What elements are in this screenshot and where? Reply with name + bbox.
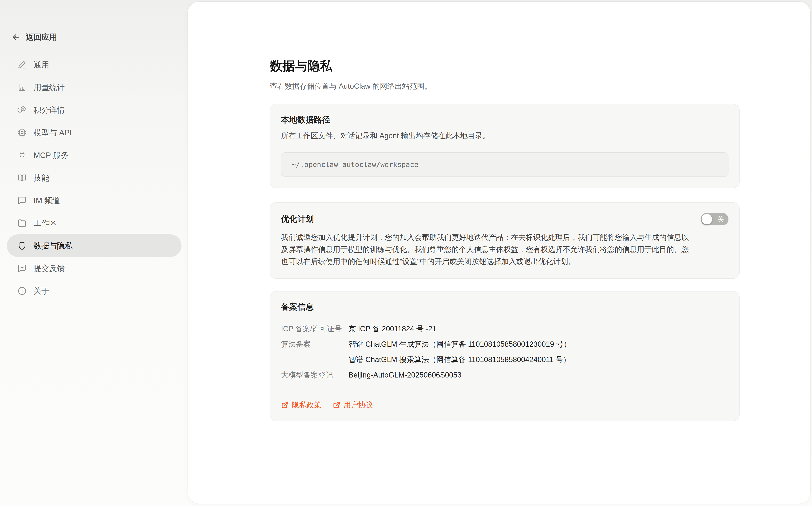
cpu-chip-icon bbox=[17, 128, 26, 137]
app-root: { "colors": { "accent_link": "#fa5320", … bbox=[0, 0, 812, 506]
optimization-plan-toggle[interactable]: 关 bbox=[700, 213, 729, 226]
local-data-path-field[interactable]: ~/.openclaw-autoclaw/workspace bbox=[281, 152, 729, 177]
filing-row-value: 智谱 ChatGLM 搜索算法（网信算备 1101081058580042400… bbox=[349, 352, 729, 367]
privacy-policy-label: 隐私政策 bbox=[292, 400, 321, 410]
page-subtitle: 查看数据存储位置与 AutoClaw 的网络出站范围。 bbox=[270, 81, 740, 92]
page-title: 数据与隐私 bbox=[270, 58, 740, 74]
optimization-plan-title: 优化计划 bbox=[281, 214, 314, 225]
local-data-path-description: 所有工作区文件、对话记录和 Agent 输出均存储在此本地目录。 bbox=[281, 130, 729, 141]
sidebar-item-about[interactable]: 关于 bbox=[7, 280, 181, 302]
main-panel: 数据与隐私 查看数据存储位置与 AutoClaw 的网络出站范围。 本地数据路径… bbox=[188, 2, 810, 504]
filing-row-label: 算法备案 bbox=[281, 337, 349, 367]
user-agreement-label: 用户协议 bbox=[344, 400, 373, 410]
sidebar-item-credits[interactable]: 积分详情 bbox=[7, 99, 181, 121]
sidebar-item-label: 数据与隐私 bbox=[33, 240, 73, 251]
toggle-state-label: 关 bbox=[717, 216, 724, 223]
external-link-icon bbox=[333, 401, 341, 409]
sidebar-item-general[interactable]: 通用 bbox=[7, 54, 181, 76]
sidebar-item-label: MCP 服务 bbox=[33, 150, 69, 161]
folder-icon bbox=[17, 219, 26, 228]
optimization-plan-header: 优化计划 关 bbox=[281, 213, 729, 226]
optimization-plan-body: 我们诚邀您加入优化提升计划，您的加入会帮助我们更好地迭代产品：在去标识化处理后，… bbox=[281, 231, 692, 267]
back-to-app-button[interactable]: 返回应用 bbox=[11, 32, 57, 43]
back-to-app-label: 返回应用 bbox=[26, 32, 57, 43]
local-data-path-card: 本地数据路径 所有工作区文件、对话记录和 Agent 输出均存储在此本地目录。 … bbox=[270, 104, 740, 188]
sidebar-item-label: 技能 bbox=[33, 173, 49, 183]
local-data-path-value: ~/.openclaw-autoclaw/workspace bbox=[292, 161, 419, 168]
data-privacy-page: 数据与隐私 查看数据存储位置与 AutoClaw 的网络出站范围。 本地数据路径… bbox=[270, 2, 740, 421]
local-data-path-title: 本地数据路径 bbox=[281, 114, 729, 125]
settings-sidebar: 返回应用 通用 用量统计 积分详情 模型与 API bbox=[0, 0, 188, 506]
sidebar-item-label: 通用 bbox=[33, 60, 49, 70]
external-link-icon bbox=[281, 401, 289, 409]
user-agreement-link[interactable]: 用户协议 bbox=[333, 400, 373, 410]
privacy-policy-link[interactable]: 隐私政策 bbox=[281, 400, 321, 410]
sidebar-item-label: 工作区 bbox=[33, 218, 57, 229]
sidebar-item-usage-stats[interactable]: 用量统计 bbox=[7, 76, 181, 99]
bar-chart-icon bbox=[17, 83, 26, 92]
sidebar-item-label: IM 频道 bbox=[33, 195, 60, 206]
optimization-plan-card: 优化计划 关 我们诚邀您加入优化提升计划，您的加入会帮助我们更好地迭代产品：在去… bbox=[270, 202, 740, 279]
pencil-icon bbox=[17, 60, 26, 69]
sidebar-item-label: 关于 bbox=[33, 286, 49, 297]
sidebar-item-label: 模型与 API bbox=[33, 127, 72, 138]
filing-row-algorithm: 算法备案 智谱 ChatGLM 生成算法（网信算备 11010810585800… bbox=[281, 337, 729, 367]
filing-row-value: 智谱 ChatGLM 生成算法（网信算备 1101081058580012300… bbox=[349, 337, 729, 352]
filing-row-value: 京 ICP 备 20011824 号 -21 bbox=[349, 321, 729, 337]
filing-info-card: 备案信息 ICP 备案/许可证号 京 ICP 备 20011824 号 -21 … bbox=[270, 291, 740, 421]
sidebar-item-label: 积分详情 bbox=[33, 105, 65, 115]
policy-links: 隐私政策 用户协议 bbox=[281, 400, 729, 410]
sidebar-item-feedback[interactable]: 提交反馈 bbox=[7, 257, 181, 280]
filing-rows: ICP 备案/许可证号 京 ICP 备 20011824 号 -21 算法备案 … bbox=[281, 321, 729, 383]
sidebar-item-label: 提交反馈 bbox=[33, 263, 65, 274]
divider bbox=[281, 390, 729, 390]
sidebar-item-mcp-services[interactable]: MCP 服务 bbox=[7, 144, 181, 167]
sidebar-item-models-api[interactable]: 模型与 API bbox=[7, 121, 181, 144]
feedback-message-plus-icon bbox=[17, 264, 26, 273]
filing-row-label: 大模型备案登记 bbox=[281, 367, 349, 383]
filing-row-label: ICP 备案/许可证号 bbox=[281, 321, 349, 337]
filing-info-title: 备案信息 bbox=[281, 302, 729, 312]
filing-row-icp: ICP 备案/许可证号 京 ICP 备 20011824 号 -21 bbox=[281, 321, 729, 337]
coins-icon bbox=[17, 105, 26, 114]
chat-bubble-icon bbox=[17, 196, 26, 205]
book-open-icon bbox=[17, 173, 26, 182]
filing-row-value: Beijing-AutoGLM-20250606S0053 bbox=[349, 367, 729, 383]
info-icon bbox=[17, 286, 26, 296]
sidebar-item-label: 用量统计 bbox=[33, 82, 65, 93]
sidebar-item-workspace[interactable]: 工作区 bbox=[7, 212, 181, 234]
shield-icon bbox=[17, 241, 26, 250]
sidebar-item-im-channels[interactable]: IM 频道 bbox=[7, 189, 181, 212]
toggle-knob bbox=[702, 214, 712, 225]
sidebar-nav: 通用 用量统计 积分详情 模型与 API MCP 服务 bbox=[7, 54, 181, 302]
filing-row-large-model: 大模型备案登记 Beijing-AutoGLM-20250606S0053 bbox=[281, 367, 729, 383]
plug-icon bbox=[17, 151, 26, 160]
sidebar-item-skills[interactable]: 技能 bbox=[7, 167, 181, 189]
sidebar-item-data-privacy[interactable]: 数据与隐私 bbox=[7, 234, 181, 257]
arrow-left-icon bbox=[11, 33, 20, 42]
